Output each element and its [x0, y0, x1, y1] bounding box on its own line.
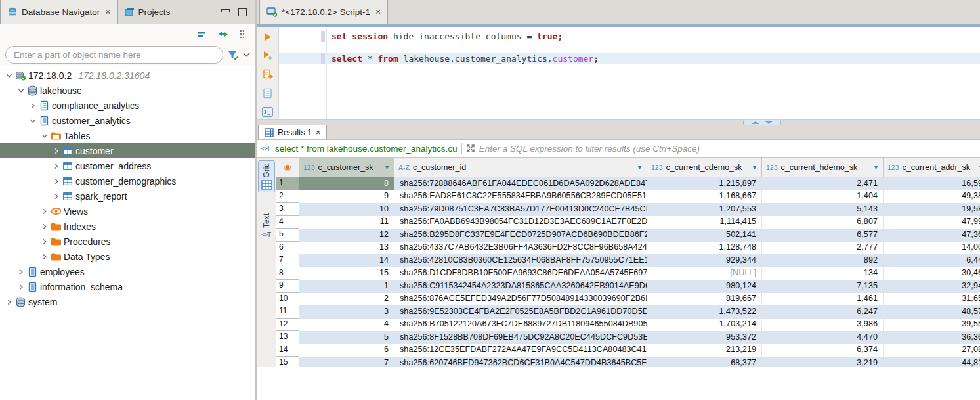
tab-projects[interactable]: Projects: [118, 0, 177, 24]
cell-c_customer_id[interactable]: sha256:72888646ABF61FA044EDEC061D6DA5A09…: [394, 177, 647, 190]
presentation-tab-grid[interactable]: Grid: [258, 160, 275, 192]
cell-c_customer_sk[interactable]: 13: [299, 242, 394, 255]
cell-c_customer_sk[interactable]: 14: [299, 254, 394, 267]
cell-c_current_cdemo_sk[interactable]: 1,128,748: [647, 242, 762, 255]
chevron-right-icon[interactable]: [51, 178, 62, 185]
row-number[interactable]: 11: [276, 305, 299, 319]
cell-c_customer_id[interactable]: sha256:B295D8FC337E9E4FECD0725D907ACD6B6…: [394, 229, 647, 242]
cell-c_current_addr_sk[interactable]: 49,38: [884, 190, 980, 204]
chevron-down-icon[interactable]: [39, 133, 50, 139]
tab-results-1[interactable]: Results 1 ×: [258, 125, 327, 139]
cell-c_customer_id[interactable]: sha256:EAD8E61C8C22E555834FBBA9B60556CB2…: [394, 190, 647, 204]
cell-c_customer_sk[interactable]: 7: [299, 357, 394, 367]
cell-c_current_cdemo_sk[interactable]: 929,344: [647, 254, 762, 267]
row-number[interactable]: 8: [276, 267, 299, 280]
chevron-down-icon[interactable]: [16, 87, 26, 94]
cell-c_current_cdemo_sk[interactable]: 980,124: [647, 280, 762, 293]
cell-c_customer_sk[interactable]: 5: [299, 331, 394, 344]
cell-c_customer_id[interactable]: sha256:620746BED947362BCD6CF31B0A4C547DD…: [394, 357, 647, 367]
chevron-right-icon[interactable]: [51, 148, 62, 154]
chevron-right-icon[interactable]: [16, 269, 26, 275]
cell-c_customer_sk[interactable]: 4: [299, 319, 394, 332]
chevron-right-icon[interactable]: [51, 193, 62, 200]
filter-settings-icon[interactable]: [227, 50, 239, 60]
close-icon[interactable]: ×: [375, 7, 381, 17]
cell-c_current_cdemo_sk[interactable]: 1,168,667: [647, 190, 762, 204]
cell-c_current_cdemo_sk[interactable]: 502,141: [647, 229, 762, 242]
explain-plan-icon[interactable]: [263, 88, 272, 99]
cell-c_current_addr_sk[interactable]: 19,58: [884, 203, 980, 216]
cell-c_customer_sk[interactable]: 10: [299, 203, 394, 216]
cell-c_customer_id[interactable]: sha256:FA0ABB6943B98054FC31D12D3E3AEC689…: [394, 216, 647, 229]
collapse-down-icon[interactable]: [765, 121, 773, 124]
row-number[interactable]: 9: [276, 280, 299, 293]
row-number[interactable]: 10: [276, 293, 299, 306]
tree-item-customer-demographics[interactable]: customer_demographics: [0, 173, 255, 189]
cell-c_current_hdemo_sk[interactable]: 3,219: [762, 357, 884, 367]
cell-c_current_addr_sk[interactable]: 27,08: [884, 344, 980, 357]
cell-c_current_hdemo_sk[interactable]: 2,471: [762, 177, 884, 190]
cell-c_customer_id[interactable]: sha256:876ACE5EFED349A2D56F77D5084891433…: [394, 293, 647, 306]
cell-c_customer_id[interactable]: sha256:42810C83B0360CE125634F068BAF8FF75…: [394, 254, 647, 267]
column-menu-icon[interactable]: ▼: [637, 164, 643, 171]
cell-c_current_cdemo_sk[interactable]: 1,703,214: [647, 319, 762, 332]
cell-c_current_cdemo_sk[interactable]: 1,473,522: [647, 305, 762, 319]
cell-c_customer_id[interactable]: sha256:79D08751C3EA7C83BA57D177E00413D0C…: [394, 203, 647, 216]
view-menu-icon[interactable]: [240, 30, 245, 39]
collapse-all-icon[interactable]: [197, 30, 207, 39]
column-header-c_customer_id[interactable]: A-Zc_customer_id▼: [394, 158, 647, 177]
cell-c_customer_id[interactable]: sha256:4337C7AB6432E3B06FF4A3636FD2F8CC8…: [394, 242, 647, 255]
chevron-right-icon[interactable]: [39, 254, 50, 260]
cell-c_current_addr_sk[interactable]: 32,94: [884, 280, 980, 293]
cell-c_current_addr_sk[interactable]: 47,99: [884, 216, 980, 229]
tree-item-information-schema[interactable]: information_schema: [0, 279, 255, 294]
cell-c_current_hdemo_sk[interactable]: 1,404: [762, 190, 884, 204]
data-grid[interactable]: ◉123c_customer_sk▼A-Zc_customer_id▼123c_…: [276, 158, 980, 367]
column-menu-icon[interactable]: ▼: [873, 164, 879, 171]
object-name-filter-input[interactable]: [5, 46, 223, 64]
cell-c_current_cdemo_sk[interactable]: 819,667: [647, 293, 762, 306]
cell-c_current_hdemo_sk[interactable]: 3,986: [762, 319, 884, 332]
tree-item-indexes[interactable]: Indexes: [0, 219, 255, 234]
cell-c_current_addr_sk[interactable]: 48,57: [884, 305, 980, 319]
column-header-c_current_cdemo_sk[interactable]: 123c_current_cdemo_sk▼: [647, 158, 762, 177]
chevron-right-icon[interactable]: [39, 238, 50, 245]
cell-c_current_hdemo_sk[interactable]: 6,374: [762, 344, 884, 357]
cell-c_customer_sk[interactable]: 6: [299, 344, 394, 357]
cell-c_current_hdemo_sk[interactable]: 6,577: [762, 229, 884, 242]
expand-filter-icon[interactable]: [466, 144, 475, 153]
cell-c_customer_sk[interactable]: 15: [299, 267, 394, 280]
cell-c_customer_id[interactable]: sha256:B705122120A673FC7DE6889727DB11809…: [394, 319, 647, 332]
tree-item-system[interactable]: system: [0, 294, 255, 309]
cell-c_customer_id[interactable]: sha256:C9115342454A2323DA815865CAA326064…: [394, 280, 647, 293]
cell-c_current_hdemo_sk[interactable]: 892: [762, 254, 884, 267]
cell-c_customer_sk[interactable]: 8: [299, 177, 394, 190]
tree-item-procedures[interactable]: Procedures: [0, 234, 255, 249]
tree-item-customer[interactable]: customer: [0, 143, 255, 158]
cell-c_customer_id[interactable]: sha256:D1CDF8DBB10F500EA9693C86DE6DEAA05…: [394, 267, 647, 280]
row-number[interactable]: 1: [276, 177, 299, 190]
cell-c_customer_sk[interactable]: 9: [299, 190, 394, 204]
close-icon[interactable]: ×: [316, 128, 320, 137]
cell-c_current_addr_sk[interactable]: 31,65: [884, 293, 980, 306]
row-number[interactable]: 5: [276, 229, 299, 242]
cell-c_current_hdemo_sk[interactable]: 6,247: [762, 305, 884, 319]
cell-c_current_hdemo_sk[interactable]: 4,470: [762, 331, 884, 344]
cell-c_current_cdemo_sk[interactable]: 1,215,897: [647, 177, 762, 190]
tree-item-customer-address[interactable]: customer_address: [0, 158, 255, 173]
cell-c_current_addr_sk[interactable]: 44,81: [884, 357, 980, 367]
cell-c_current_hdemo_sk[interactable]: 2,777: [762, 242, 884, 255]
collapse-up-icon[interactable]: [752, 121, 759, 124]
tree-item-views[interactable]: Views: [0, 204, 255, 219]
cell-c_current_cdemo_sk[interactable]: 213,219: [647, 344, 762, 357]
cell-c_current_cdemo_sk[interactable]: 953,372: [647, 331, 762, 344]
cell-c_current_addr_sk[interactable]: 14,00: [884, 242, 980, 255]
cell-c_customer_sk[interactable]: 1: [299, 280, 394, 293]
row-number[interactable]: 6: [276, 242, 299, 255]
tree-item-172-18-0-2[interactable]: 172.18.0.2172.18.0.2:31604: [0, 68, 255, 83]
cell-c_current_addr_sk[interactable]: 30,46: [884, 267, 980, 280]
chevron-right-icon[interactable]: [51, 163, 62, 169]
cell-c_customer_sk[interactable]: 3: [299, 305, 394, 319]
tree-item-employees[interactable]: employees: [0, 264, 255, 279]
tab-sql-script[interactable]: *<172.18.0.2> Script-1 ×: [259, 0, 388, 24]
